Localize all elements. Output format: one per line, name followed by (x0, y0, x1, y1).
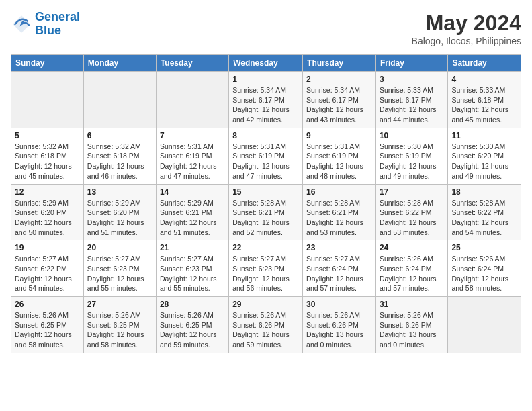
calendar-week-row: 1Sunrise: 5:34 AM Sunset: 6:17 PM Daylig… (11, 72, 521, 128)
day-number: 30 (306, 300, 372, 309)
day-info: Sunrise: 5:29 AM Sunset: 6:20 PM Dayligh… (87, 198, 152, 238)
page-header: General Blue May 2024 Balogo, Ilocos, Ph… (11, 11, 521, 46)
day-number: 19 (15, 243, 80, 253)
day-number: 6 (87, 131, 152, 140)
logo-text: General Blue (35, 11, 80, 38)
day-info: Sunrise: 5:30 AM Sunset: 6:19 PM Dayligh… (380, 142, 444, 181)
col-wednesday: Wednesday (229, 55, 303, 72)
table-row: 12Sunrise: 5:29 AM Sunset: 6:20 PM Dayli… (11, 184, 84, 240)
day-info: Sunrise: 5:30 AM Sunset: 6:20 PM Dayligh… (451, 142, 517, 181)
day-info: Sunrise: 5:28 AM Sunset: 6:21 PM Dayligh… (232, 198, 299, 238)
table-row: 14Sunrise: 5:29 AM Sunset: 6:21 PM Dayli… (156, 184, 228, 240)
table-row: 8Sunrise: 5:31 AM Sunset: 6:19 PM Daylig… (229, 128, 303, 184)
col-friday: Friday (375, 55, 447, 72)
day-number: 12 (15, 187, 80, 197)
title-block: May 2024 Balogo, Ilocos, Philippines (412, 11, 521, 46)
day-info: Sunrise: 5:31 AM Sunset: 6:19 PM Dayligh… (306, 142, 372, 181)
day-info: Sunrise: 5:32 AM Sunset: 6:18 PM Dayligh… (15, 142, 80, 181)
day-info: Sunrise: 5:31 AM Sunset: 6:19 PM Dayligh… (160, 142, 225, 181)
day-info: Sunrise: 5:29 AM Sunset: 6:20 PM Dayligh… (15, 198, 80, 238)
day-info: Sunrise: 5:26 AM Sunset: 6:25 PM Dayligh… (15, 310, 80, 350)
day-info: Sunrise: 5:27 AM Sunset: 6:22 PM Dayligh… (15, 254, 80, 293)
day-number: 7 (160, 131, 225, 140)
day-info: Sunrise: 5:26 AM Sunset: 6:24 PM Dayligh… (451, 254, 517, 293)
table-row: 13Sunrise: 5:29 AM Sunset: 6:20 PM Dayli… (83, 184, 156, 240)
day-info: Sunrise: 5:32 AM Sunset: 6:18 PM Dayligh… (87, 142, 152, 181)
table-row: 23Sunrise: 5:27 AM Sunset: 6:24 PM Dayli… (303, 240, 376, 297)
calendar-week-row: 26Sunrise: 5:26 AM Sunset: 6:25 PM Dayli… (11, 297, 521, 353)
col-saturday: Saturday (448, 55, 521, 72)
day-info: Sunrise: 5:26 AM Sunset: 6:25 PM Dayligh… (160, 310, 225, 350)
month-year-title: May 2024 (412, 11, 521, 36)
table-row: 9Sunrise: 5:31 AM Sunset: 6:19 PM Daylig… (303, 128, 376, 184)
table-row: 11Sunrise: 5:30 AM Sunset: 6:20 PM Dayli… (448, 128, 521, 184)
day-number: 18 (451, 187, 517, 197)
day-number: 15 (232, 187, 299, 197)
day-info: Sunrise: 5:31 AM Sunset: 6:19 PM Dayligh… (232, 142, 299, 181)
day-info: Sunrise: 5:29 AM Sunset: 6:21 PM Dayligh… (160, 198, 225, 238)
logo-line1: General (35, 10, 80, 24)
logo: General Blue (11, 11, 80, 38)
day-info: Sunrise: 5:28 AM Sunset: 6:22 PM Dayligh… (451, 198, 517, 238)
calendar-week-row: 12Sunrise: 5:29 AM Sunset: 6:20 PM Dayli… (11, 184, 521, 240)
day-info: Sunrise: 5:26 AM Sunset: 6:26 PM Dayligh… (232, 310, 299, 350)
table-row: 21Sunrise: 5:27 AM Sunset: 6:23 PM Dayli… (156, 240, 228, 297)
day-info: Sunrise: 5:26 AM Sunset: 6:26 PM Dayligh… (380, 310, 444, 350)
table-row: 28Sunrise: 5:26 AM Sunset: 6:25 PM Dayli… (156, 297, 228, 353)
day-number: 29 (232, 300, 299, 309)
day-number: 11 (451, 131, 517, 140)
day-info: Sunrise: 5:34 AM Sunset: 6:17 PM Dayligh… (306, 85, 372, 125)
calendar-header-row: Sunday Monday Tuesday Wednesday Thursday… (11, 55, 521, 72)
day-info: Sunrise: 5:28 AM Sunset: 6:22 PM Dayligh… (380, 198, 444, 238)
table-row: 30Sunrise: 5:26 AM Sunset: 6:26 PM Dayli… (303, 297, 376, 353)
day-number: 10 (380, 131, 444, 140)
day-info: Sunrise: 5:33 AM Sunset: 6:18 PM Dayligh… (451, 85, 517, 125)
table-row: 18Sunrise: 5:28 AM Sunset: 6:22 PM Dayli… (448, 184, 521, 240)
day-info: Sunrise: 5:27 AM Sunset: 6:24 PM Dayligh… (306, 254, 372, 293)
day-number: 2 (306, 75, 372, 84)
day-info: Sunrise: 5:33 AM Sunset: 6:17 PM Dayligh… (380, 85, 444, 125)
table-row: 6Sunrise: 5:32 AM Sunset: 6:18 PM Daylig… (83, 128, 156, 184)
table-row: 4Sunrise: 5:33 AM Sunset: 6:18 PM Daylig… (448, 72, 521, 128)
calendar-week-row: 19Sunrise: 5:27 AM Sunset: 6:22 PM Dayli… (11, 240, 521, 297)
table-row (11, 72, 84, 128)
table-row: 3Sunrise: 5:33 AM Sunset: 6:17 PM Daylig… (375, 72, 447, 128)
table-row: 22Sunrise: 5:27 AM Sunset: 6:23 PM Dayli… (229, 240, 303, 297)
day-number: 9 (306, 131, 372, 140)
table-row: 5Sunrise: 5:32 AM Sunset: 6:18 PM Daylig… (11, 128, 84, 184)
table-row: 2Sunrise: 5:34 AM Sunset: 6:17 PM Daylig… (303, 72, 376, 128)
day-info: Sunrise: 5:27 AM Sunset: 6:23 PM Dayligh… (87, 254, 152, 293)
day-info: Sunrise: 5:28 AM Sunset: 6:21 PM Dayligh… (306, 198, 372, 238)
table-row: 24Sunrise: 5:26 AM Sunset: 6:24 PM Dayli… (375, 240, 447, 297)
day-number: 24 (380, 243, 444, 253)
col-sunday: Sunday (11, 55, 84, 72)
col-tuesday: Tuesday (156, 55, 228, 72)
day-number: 26 (15, 300, 80, 309)
day-number: 16 (306, 187, 372, 197)
day-number: 21 (160, 243, 225, 253)
table-row: 25Sunrise: 5:26 AM Sunset: 6:24 PM Dayli… (448, 240, 521, 297)
table-row: 20Sunrise: 5:27 AM Sunset: 6:23 PM Dayli… (83, 240, 156, 297)
table-row: 7Sunrise: 5:31 AM Sunset: 6:19 PM Daylig… (156, 128, 228, 184)
day-number: 27 (87, 300, 152, 309)
day-info: Sunrise: 5:27 AM Sunset: 6:23 PM Dayligh… (232, 254, 299, 293)
day-info: Sunrise: 5:26 AM Sunset: 6:26 PM Dayligh… (306, 310, 372, 350)
table-row: 10Sunrise: 5:30 AM Sunset: 6:19 PM Dayli… (375, 128, 447, 184)
day-info: Sunrise: 5:27 AM Sunset: 6:23 PM Dayligh… (160, 254, 225, 293)
table-row: 19Sunrise: 5:27 AM Sunset: 6:22 PM Dayli… (11, 240, 84, 297)
table-row: 15Sunrise: 5:28 AM Sunset: 6:21 PM Dayli… (229, 184, 303, 240)
day-number: 5 (15, 131, 80, 140)
table-row: 1Sunrise: 5:34 AM Sunset: 6:17 PM Daylig… (229, 72, 303, 128)
day-info: Sunrise: 5:34 AM Sunset: 6:17 PM Dayligh… (232, 85, 299, 125)
logo-icon (11, 13, 32, 35)
day-number: 31 (380, 300, 444, 309)
table-row: 26Sunrise: 5:26 AM Sunset: 6:25 PM Dayli… (11, 297, 84, 353)
table-row: 17Sunrise: 5:28 AM Sunset: 6:22 PM Dayli… (375, 184, 447, 240)
table-row: 31Sunrise: 5:26 AM Sunset: 6:26 PM Dayli… (375, 297, 447, 353)
day-info: Sunrise: 5:26 AM Sunset: 6:25 PM Dayligh… (87, 310, 152, 350)
day-number: 8 (232, 131, 299, 140)
day-number: 22 (232, 243, 299, 253)
table-row (448, 297, 521, 353)
table-row: 29Sunrise: 5:26 AM Sunset: 6:26 PM Dayli… (229, 297, 303, 353)
day-number: 25 (451, 243, 517, 253)
